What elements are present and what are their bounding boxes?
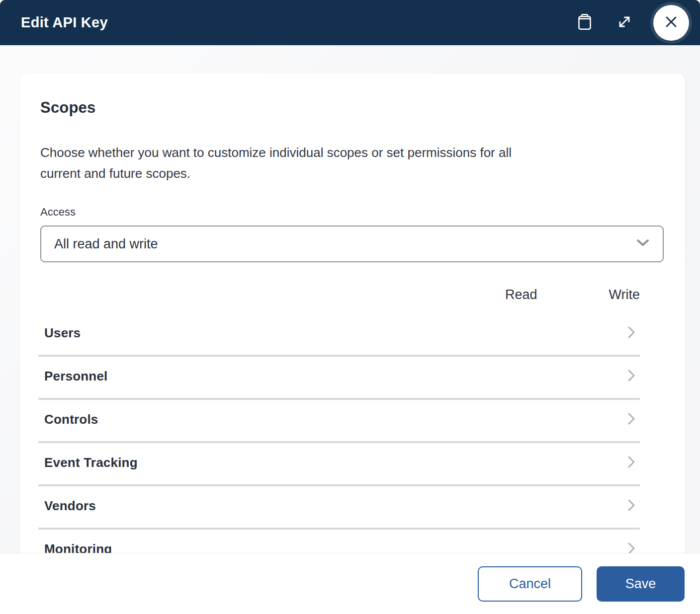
description-line-2: current and future scopes. <box>40 166 190 181</box>
chevron-right-icon <box>627 542 636 553</box>
permissions-table: Read Write Users Personnel Contro <box>38 287 640 553</box>
delete-button[interactable] <box>574 12 596 34</box>
scopes-heading: Scopes <box>40 98 664 117</box>
access-label: Access <box>40 206 664 219</box>
chevron-right-icon <box>627 326 636 341</box>
read-column-header: Read <box>505 287 537 303</box>
expand-diagonal-icon <box>617 14 632 31</box>
chevron-right-icon <box>627 456 636 470</box>
expand-button[interactable] <box>613 12 635 34</box>
chevron-right-icon <box>627 499 636 514</box>
chevron-right-icon <box>627 369 636 384</box>
modal-body: Scopes Choose whether you want to custom… <box>0 45 700 553</box>
scope-row-monitoring[interactable]: Monitoring <box>38 530 640 553</box>
close-button[interactable] <box>653 5 689 41</box>
scopes-card: Scopes Choose whether you want to custom… <box>20 74 685 553</box>
permissions-table-header: Read Write <box>38 287 640 313</box>
scope-row-label: Controls <box>44 412 98 427</box>
scope-row-vendors[interactable]: Vendors <box>38 486 640 530</box>
scope-row-label: Vendors <box>44 498 96 514</box>
scope-row-event-tracking[interactable]: Event Tracking <box>38 443 640 486</box>
x-icon <box>664 14 679 31</box>
modal-title: Edit API Key <box>21 14 574 31</box>
description-line-1: Choose whether you want to customize ind… <box>40 145 512 160</box>
scope-row-label: Monitoring <box>44 541 112 553</box>
edit-api-key-modal: Edit API Key <box>0 0 700 614</box>
chevron-right-icon <box>627 412 636 427</box>
cancel-button[interactable]: Cancel <box>478 566 582 602</box>
scope-row-personnel[interactable]: Personnel <box>38 357 640 400</box>
access-select[interactable]: All read and write <box>40 226 664 262</box>
scopes-description: Choose whether you want to customize ind… <box>40 142 664 184</box>
save-button[interactable]: Save <box>597 566 685 602</box>
scope-row-label: Users <box>44 325 81 341</box>
scope-row-label: Personnel <box>44 369 108 384</box>
modal-footer: Cancel Save <box>0 553 700 614</box>
scope-row-users[interactable]: Users <box>38 313 640 357</box>
access-select-value: All read and write <box>54 236 158 252</box>
header-actions <box>574 5 689 41</box>
trash-icon <box>577 13 592 32</box>
scope-row-label: Event Tracking <box>44 455 138 470</box>
write-column-header: Write <box>609 287 640 303</box>
chevron-down-icon <box>636 238 650 249</box>
scope-row-controls[interactable]: Controls <box>38 400 640 443</box>
modal-header: Edit API Key <box>0 0 700 45</box>
